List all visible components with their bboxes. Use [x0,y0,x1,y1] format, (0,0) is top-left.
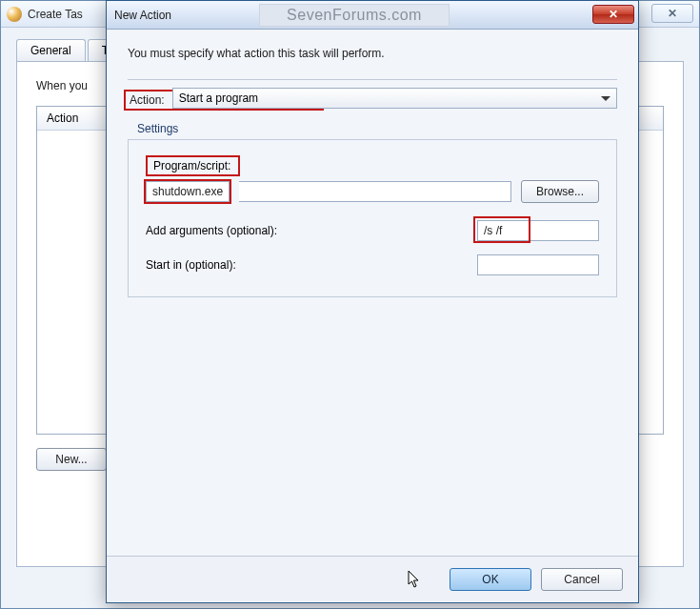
separator [128,79,617,80]
settings-group: Program/script: shutdown.exe Browse... A… [128,139,617,297]
tab-general[interactable]: General [16,39,86,61]
chevron-down-icon [601,96,610,101]
dialog-content: You must specify what action this task w… [107,30,638,556]
close-icon: ✕ [609,8,618,21]
task-scheduler-icon [7,7,22,22]
create-task-title: Create Tas [28,8,83,21]
watermark: SevenForums.com [259,4,450,27]
dialog-footer: OK Cancel [107,556,638,602]
instruction-text: You must specify what action this task w… [128,47,617,60]
program-script-input-rest[interactable] [239,181,511,202]
mouse-cursor-icon [408,570,421,589]
close-icon: ✕ [668,7,677,20]
close-button[interactable]: ✕ [592,5,634,24]
close-button-bg[interactable]: ✕ [651,4,693,23]
startin-label: Start in (optional): [146,258,236,272]
action-select-value: Start a program [179,91,258,105]
new-action-title: New Action [114,9,171,22]
arguments-label: Add arguments (optional): [146,224,277,237]
ok-button[interactable]: OK [450,568,531,591]
program-script-input[interactable]: shutdown.exe [146,181,230,202]
new-action-button-bg[interactable]: New... [36,448,107,471]
program-script-label: Program/script: [153,159,230,173]
startin-input[interactable] [477,254,599,275]
browse-button[interactable]: Browse... [521,180,599,203]
arguments-input[interactable]: /s /f [477,220,599,241]
action-label: Action: [130,93,165,107]
new-action-dialog: New Action ✕ You must specify what actio… [106,0,639,603]
action-select[interactable]: Start a program [172,88,617,109]
settings-group-label: Settings [137,122,617,135]
cancel-button[interactable]: Cancel [541,568,623,591]
